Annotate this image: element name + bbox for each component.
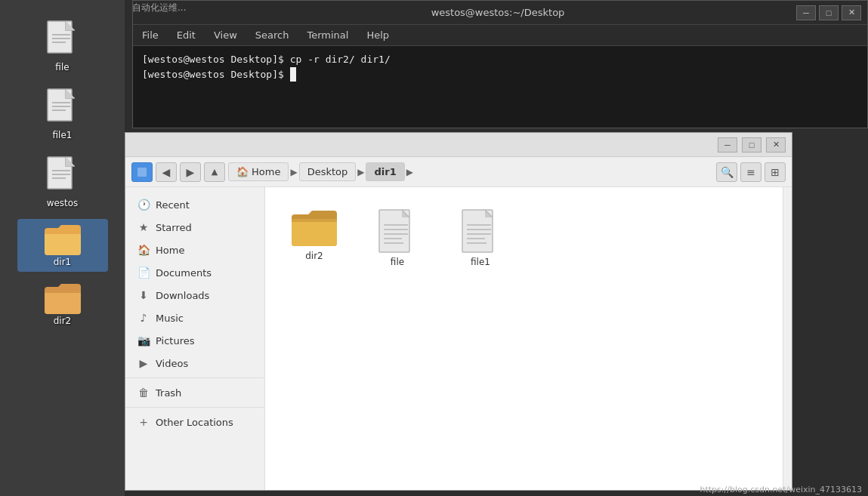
terminal-menubar: File Edit View Search Terminal Help xyxy=(133,25,867,46)
sidebar-item-other-locations[interactable]: + Other Locations xyxy=(125,411,264,433)
sidebar-item-recent[interactable]: 🕐 Recent xyxy=(125,193,264,216)
fm-scrollbar[interactable] xyxy=(783,187,792,490)
fm-breadcrumb-home-label: Home xyxy=(252,166,280,177)
fm-sidebar: 🕐 Recent ★ Starred 🏠 Home 📄 Documents ⬇ … xyxy=(125,187,265,490)
sidebar-item-trash[interactable]: 🗑 Trash xyxy=(125,381,264,404)
desktop-item-file-label: file xyxy=(55,62,69,72)
sidebar-item-home-label: Home xyxy=(156,245,184,256)
fm-toolbar: ◀ ▶ ▲ 🏠 Home ▶ Desktop ▶ dir1 ▶ 🔍 ≡ ⊞ xyxy=(125,157,792,187)
fm-main-content[interactable]: dir2 file xyxy=(265,187,783,490)
fm-file-file[interactable]: file xyxy=(363,202,431,273)
sidebar-item-starred[interactable]: ★ Starred xyxy=(125,216,264,239)
url-bar: https://blog.csdn.net/weixin_47133613 xyxy=(693,483,868,496)
svg-rect-15 xyxy=(137,168,147,177)
terminal-maximize-button[interactable]: □ xyxy=(819,5,839,20)
desktop-item-dir2-label: dir2 xyxy=(54,316,72,326)
documents-icon: 📄 xyxy=(137,266,150,279)
sidebar-item-pictures[interactable]: 📷 Pictures xyxy=(125,329,264,352)
home-icon: 🏠 xyxy=(236,166,249,177)
sidebar-divider xyxy=(125,377,264,378)
terminal-titlebar: westos@westos:~/Desktop ─ □ ✕ xyxy=(133,1,867,25)
fm-file-dir2[interactable]: dir2 xyxy=(280,202,348,273)
pictures-icon: 📷 xyxy=(137,334,150,347)
fm-breadcrumb-desktop[interactable]: Desktop xyxy=(299,162,357,181)
terminal-menu-terminal[interactable]: Terminal xyxy=(304,28,351,42)
fm-breadcrumb: 🏠 Home ▶ Desktop ▶ dir1 ▶ xyxy=(228,162,713,181)
terminal-menu-view[interactable]: View xyxy=(211,28,240,42)
sidebar-item-downloads[interactable]: ⬇ Downloads xyxy=(125,284,264,307)
fm-breadcrumb-dir1-label: dir1 xyxy=(374,166,396,177)
sidebar-item-music-label: Music xyxy=(156,313,184,324)
desktop-item-westos-label: westos xyxy=(47,198,79,208)
fm-search-button[interactable]: 🔍 xyxy=(716,162,737,182)
desktop-panel: file file1 westos dir1 xyxy=(0,0,125,496)
terminal-menu-help[interactable]: Help xyxy=(363,28,392,42)
fm-maximize-button[interactable]: □ xyxy=(742,137,761,152)
trash-icon: 🗑 xyxy=(137,387,150,399)
fm-body: 🕐 Recent ★ Starred 🏠 Home 📄 Documents ⬇ … xyxy=(125,187,792,490)
terminal-window-controls: ─ □ ✕ xyxy=(796,5,861,20)
downloads-icon: ⬇ xyxy=(137,289,150,301)
terminal-window: westos@westos:~/Desktop ─ □ ✕ File Edit … xyxy=(132,0,868,128)
fm-view-list-button[interactable]: ≡ xyxy=(740,162,761,182)
fm-view-grid-button[interactable]: ⊞ xyxy=(765,162,786,182)
sidebar-item-videos[interactable]: ▶ Videos xyxy=(125,352,264,374)
starred-icon: ★ xyxy=(137,221,150,233)
desktop-item-dir2[interactable]: dir2 xyxy=(17,278,108,331)
sidebar-item-starred-label: Starred xyxy=(156,222,192,233)
terminal-close-button[interactable]: ✕ xyxy=(842,5,861,20)
sidebar-item-documents-label: Documents xyxy=(156,267,212,279)
sidebar-item-downloads-label: Downloads xyxy=(156,290,209,301)
breadcrumb-arrow-3: ▶ xyxy=(405,167,415,177)
chinese-hint-text: 自动化运维... xyxy=(132,2,186,14)
desktop-item-dir1[interactable]: dir1 xyxy=(17,219,108,272)
fm-file-file1[interactable]: file1 xyxy=(446,202,514,273)
breadcrumb-arrow-1: ▶ xyxy=(289,167,298,177)
desktop-item-file1[interactable]: file1 xyxy=(17,83,108,145)
fm-back-button[interactable]: ◀ xyxy=(156,162,177,182)
fm-close-button[interactable]: ✕ xyxy=(766,137,786,152)
sidebar-item-documents[interactable]: 📄 Documents xyxy=(125,261,264,284)
sidebar-item-recent-label: Recent xyxy=(156,199,190,211)
music-icon: ♪ xyxy=(137,312,150,324)
sidebar-item-videos-label: Videos xyxy=(156,358,188,369)
fm-file-file-label: file xyxy=(391,257,404,267)
terminal-minimize-button[interactable]: ─ xyxy=(796,5,816,20)
filemanager-window: ─ □ ✕ ◀ ▶ ▲ 🏠 Home ▶ Desktop ▶ d xyxy=(125,132,792,491)
fm-up-button[interactable]: ▲ xyxy=(204,162,225,182)
sidebar-item-home[interactable]: 🏠 Home xyxy=(125,239,264,261)
desktop-item-file1-label: file1 xyxy=(53,130,73,140)
terminal-menu-search[interactable]: Search xyxy=(252,28,292,42)
fm-titlebar: ─ □ ✕ xyxy=(125,133,792,157)
videos-icon: ▶ xyxy=(137,357,150,369)
fm-minimize-button[interactable]: ─ xyxy=(718,137,737,152)
sidebar-item-trash-label: Trash xyxy=(156,387,181,399)
terminal-line1: [westos@westos Desktop]$ cp -r dir2/ dir… xyxy=(142,52,858,67)
terminal-menu-edit[interactable]: Edit xyxy=(174,28,199,42)
fm-breadcrumb-dir1[interactable]: dir1 xyxy=(366,162,404,181)
terminal-title: westos@westos:~/Desktop xyxy=(199,7,796,18)
fm-toolbar-right: 🔍 ≡ ⊞ xyxy=(716,162,786,182)
home-sidebar-icon: 🏠 xyxy=(137,244,150,256)
fm-file-dir2-label: dir2 xyxy=(305,251,323,261)
terminal-content[interactable]: [westos@westos Desktop]$ cp -r dir2/ dir… xyxy=(133,46,867,128)
desktop-item-westos[interactable]: westos xyxy=(17,151,108,213)
sidebar-item-music[interactable]: ♪ Music xyxy=(125,307,264,329)
fm-home-indicator[interactable] xyxy=(131,162,153,182)
fm-forward-button[interactable]: ▶ xyxy=(180,162,201,182)
fm-window-controls: ─ □ ✕ xyxy=(716,137,786,152)
terminal-prompt: [westos@westos Desktop]$ xyxy=(142,69,290,80)
sidebar-item-pictures-label: Pictures xyxy=(156,335,194,347)
terminal-line2: [westos@westos Desktop]$ xyxy=(142,67,858,82)
terminal-menu-file[interactable]: File xyxy=(139,28,162,42)
fm-file-file1-label: file1 xyxy=(471,257,490,267)
desktop-item-dir1-label: dir1 xyxy=(54,257,72,267)
fm-breadcrumb-home[interactable]: 🏠 Home xyxy=(228,162,289,181)
other-locations-icon: + xyxy=(137,416,150,428)
desktop-item-file[interactable]: file xyxy=(17,15,108,77)
recent-icon: 🕐 xyxy=(137,199,150,211)
sidebar-item-other-locations-label: Other Locations xyxy=(156,417,233,428)
fm-breadcrumb-desktop-label: Desktop xyxy=(307,166,348,177)
breadcrumb-arrow-2: ▶ xyxy=(356,167,366,177)
sidebar-divider-2 xyxy=(125,407,264,408)
